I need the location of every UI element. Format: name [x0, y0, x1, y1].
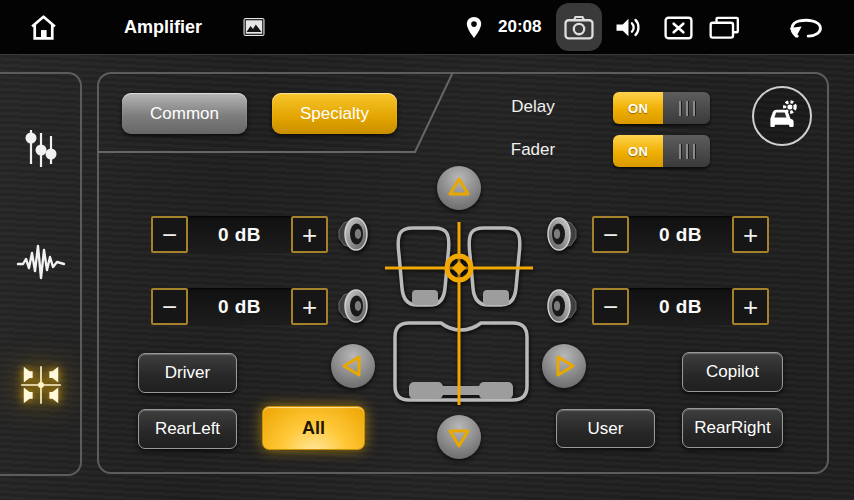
sidebar-item-balance[interactable] — [17, 361, 65, 409]
gain-front-left-plus-button[interactable]: + — [291, 216, 328, 253]
gain-row-rear-left: − 0 dB + — [151, 288, 328, 325]
speaker-icon — [544, 211, 584, 257]
arrow-down-icon — [437, 415, 481, 459]
image-icon[interactable] — [242, 16, 266, 38]
arrow-up-icon — [437, 166, 481, 210]
gain-front-right-plus-button[interactable]: + — [732, 216, 769, 253]
toggle-grip — [663, 135, 710, 167]
pan-left-button[interactable] — [331, 344, 375, 388]
gain-rear-left-minus-button[interactable]: − — [151, 288, 188, 325]
pan-right-button[interactable] — [542, 344, 586, 388]
close-window-icon[interactable] — [664, 16, 693, 40]
zone-user-button[interactable]: User — [556, 409, 655, 448]
zone-copilot-button[interactable]: Copilot — [682, 352, 783, 392]
delay-toggle-state: ON — [613, 92, 663, 124]
camera-icon — [563, 13, 595, 41]
gain-rear-left-plus-button[interactable]: + — [291, 288, 328, 325]
gain-row-front-right: − 0 dB + — [592, 216, 769, 253]
arrow-right-icon — [542, 344, 586, 388]
zone-driver-button[interactable]: Driver — [138, 353, 237, 393]
speaker-icon — [544, 283, 584, 329]
gain-front-left-value: 0 dB — [188, 224, 291, 246]
speaker-icon — [331, 211, 371, 257]
home-icon[interactable] — [28, 12, 59, 43]
gain-rear-left-value: 0 dB — [188, 296, 291, 318]
camera-button[interactable] — [556, 3, 602, 51]
fader-toggle[interactable]: ON — [613, 135, 710, 167]
balance-crosshair-icon — [17, 361, 65, 409]
zone-rearleft-button[interactable]: RearLeft — [138, 409, 237, 449]
zone-rearright-button[interactable]: RearRight — [682, 408, 783, 448]
sidebar-item-equalizer[interactable] — [18, 124, 64, 170]
car-settings-icon — [763, 97, 801, 135]
back-icon[interactable] — [786, 15, 826, 40]
gain-front-left-minus-button[interactable]: − — [151, 216, 188, 253]
gain-front-right-minus-button[interactable]: − — [592, 216, 629, 253]
gain-front-right-value: 0 dB — [629, 224, 732, 246]
clock: 20:08 — [498, 0, 541, 54]
volume-icon[interactable] — [614, 15, 644, 40]
toggle-grip — [663, 92, 710, 124]
gain-row-rear-right: − 0 dB + — [592, 288, 769, 325]
tab-specialty[interactable]: Specialty — [272, 93, 397, 134]
status-bar: Amplifier 20:08 — [0, 0, 854, 55]
gain-rear-right-minus-button[interactable]: − — [592, 288, 629, 325]
speaker-icon — [331, 283, 371, 329]
amplifier-screen: Amplifier 20:08 — [0, 0, 854, 500]
page-title: Amplifier — [124, 0, 202, 54]
tab-common[interactable]: Common — [122, 93, 247, 134]
pan-up-button[interactable] — [437, 166, 481, 210]
zone-all-button[interactable]: All — [262, 406, 365, 450]
recent-apps-icon[interactable] — [708, 15, 741, 40]
gain-row-front-left: − 0 dB + — [151, 216, 328, 253]
equalizer-icon — [18, 124, 64, 170]
waveform-icon — [15, 240, 67, 284]
delay-label: Delay — [488, 97, 578, 117]
delay-toggle[interactable]: ON — [613, 92, 710, 124]
car-settings-button[interactable] — [752, 86, 812, 146]
gain-rear-right-value: 0 dB — [629, 296, 732, 318]
fader-label: Fader — [488, 140, 578, 160]
gain-rear-right-plus-button[interactable]: + — [732, 288, 769, 325]
fader-toggle-state: ON — [613, 135, 663, 167]
sidebar-item-effects[interactable] — [15, 240, 67, 284]
balance-position-marker[interactable] — [447, 256, 471, 280]
location-pin-icon — [464, 15, 484, 40]
pan-down-button[interactable] — [437, 415, 481, 459]
arrow-left-icon — [331, 344, 375, 388]
